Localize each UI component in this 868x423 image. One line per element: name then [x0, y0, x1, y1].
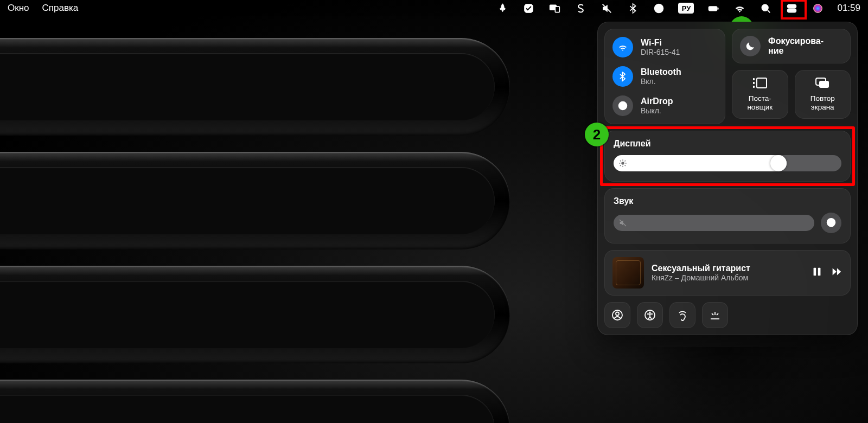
svg-point-23 — [621, 162, 624, 164]
svg-point-10 — [789, 5, 791, 7]
keyboard-brightness-shortcut[interactable] — [702, 302, 728, 328]
menu-bar: Окно Справка РУ 01:59 — [0, 0, 868, 16]
brightness-icon — [618, 159, 627, 168]
stage-manager-icon — [752, 77, 768, 91]
svg-rect-22 — [819, 81, 829, 88]
svg-point-12 — [793, 9, 795, 11]
wifi-title: Wi-Fi — [641, 38, 680, 48]
focus-toggle[interactable]: Фокусирова- ние — [732, 29, 851, 63]
brightness-slider[interactable] — [614, 155, 841, 171]
hearing-shortcut[interactable] — [669, 302, 695, 328]
menu-help[interactable]: Справка — [42, 3, 79, 14]
spotlight-icon[interactable] — [759, 2, 772, 15]
bluetooth-toggle[interactable]: Bluetooth Вкл. — [607, 64, 723, 89]
svg-rect-17 — [753, 78, 755, 80]
pause-button[interactable] — [811, 266, 823, 280]
volume-mute-icon[interactable] — [600, 2, 613, 15]
svg-line-8 — [768, 10, 770, 12]
wifi-subtitle: DIR-615-41 — [641, 48, 680, 56]
svg-line-30 — [620, 165, 621, 166]
bluetooth-title: Bluetooth — [641, 67, 681, 77]
wallpaper-shape — [0, 266, 510, 363]
screen-mirroring-label: Повтор экрана — [810, 94, 835, 111]
svg-rect-9 — [788, 4, 796, 8]
svg-rect-11 — [788, 9, 796, 12]
display-tile: Дисплей — [604, 131, 851, 182]
bluetooth-subtitle: Вкл. — [641, 77, 681, 86]
control-center-icon[interactable] — [785, 2, 798, 15]
wallpaper-shape — [0, 380, 510, 423]
control-center-panel: Wi-Fi DIR-615-41 Bluetooth Вкл. AirDrop … — [597, 22, 858, 335]
users-shortcut[interactable] — [604, 302, 630, 328]
svg-rect-18 — [753, 82, 755, 84]
wallpaper-shape — [0, 152, 510, 249]
s-app-icon[interactable] — [574, 2, 587, 15]
bluetooth-icon[interactable] — [626, 2, 639, 15]
panel-shadow — [629, 347, 819, 423]
focus-label: Фокусирова- ние — [768, 36, 824, 55]
track-title: Сексуальный гитарист — [652, 264, 803, 273]
play-circle-icon[interactable] — [652, 2, 665, 15]
battery-charging-icon[interactable] — [707, 2, 720, 15]
displays-icon[interactable] — [548, 2, 561, 15]
stage-manager-label: Поста- новщик — [747, 94, 773, 111]
volume-slider[interactable] — [614, 215, 814, 231]
annotation-badge-2: 2 — [585, 123, 609, 146]
svg-rect-19 — [753, 86, 755, 88]
volume-mute-icon — [618, 219, 627, 229]
next-track-button[interactable] — [831, 266, 843, 280]
sound-title: Звук — [614, 196, 841, 206]
input-source-badge[interactable]: РУ — [678, 3, 694, 14]
stage-manager-toggle[interactable]: Поста- новщик — [732, 70, 788, 119]
airdrop-subtitle: Выкл. — [641, 106, 673, 115]
track-artist: КняZz – Домашний Альбом — [652, 273, 803, 282]
bluetooth-icon — [612, 66, 633, 87]
svg-rect-2 — [555, 7, 559, 12]
airdrop-toggle[interactable]: AirDrop Выкл. — [607, 93, 723, 118]
menu-bar-tray: РУ 01:59 — [496, 2, 860, 15]
menu-window[interactable]: Окно — [8, 3, 29, 14]
airplay-audio-button[interactable] — [821, 213, 841, 233]
album-art — [612, 257, 644, 289]
siri-icon[interactable] — [811, 2, 824, 15]
accessibility-shortcut[interactable] — [637, 302, 663, 328]
svg-line-28 — [620, 161, 621, 161]
svg-rect-6 — [717, 8, 718, 10]
airdrop-icon — [612, 95, 633, 116]
menu-clock[interactable]: 01:59 — [837, 3, 860, 14]
sound-tile: Звук — [604, 188, 851, 243]
check-app-icon[interactable] — [522, 2, 535, 15]
now-playing-tile[interactable]: Сексуальный гитарист КняZz – Домашний Ал… — [604, 250, 851, 296]
screen-mirroring-toggle[interactable]: Повтор экрана — [795, 70, 851, 119]
svg-line-29 — [625, 165, 626, 166]
svg-line-45 — [717, 313, 718, 315]
svg-point-41 — [649, 311, 650, 313]
connectivity-tile: Wi-Fi DIR-615-41 Bluetooth Вкл. AirDrop … — [604, 29, 725, 124]
svg-point-7 — [762, 4, 768, 10]
rocket-icon[interactable] — [496, 2, 509, 15]
svg-point-16 — [619, 102, 627, 110]
screen-mirroring-icon — [815, 77, 830, 91]
moon-icon — [740, 36, 761, 56]
svg-rect-36 — [814, 268, 816, 276]
svg-rect-37 — [818, 268, 821, 276]
wifi-icon — [612, 37, 633, 57]
shortcut-row — [604, 302, 851, 328]
wallpaper-shape — [0, 38, 510, 136]
svg-line-31 — [625, 161, 626, 161]
wifi-toggle[interactable]: Wi-Fi DIR-615-41 — [607, 35, 723, 60]
wifi-icon[interactable] — [733, 2, 746, 15]
svg-line-44 — [712, 313, 713, 315]
airdrop-title: AirDrop — [641, 97, 673, 106]
svg-point-13 — [814, 4, 822, 12]
svg-rect-20 — [757, 78, 767, 88]
svg-point-39 — [616, 312, 619, 316]
display-title: Дисплей — [614, 139, 841, 149]
